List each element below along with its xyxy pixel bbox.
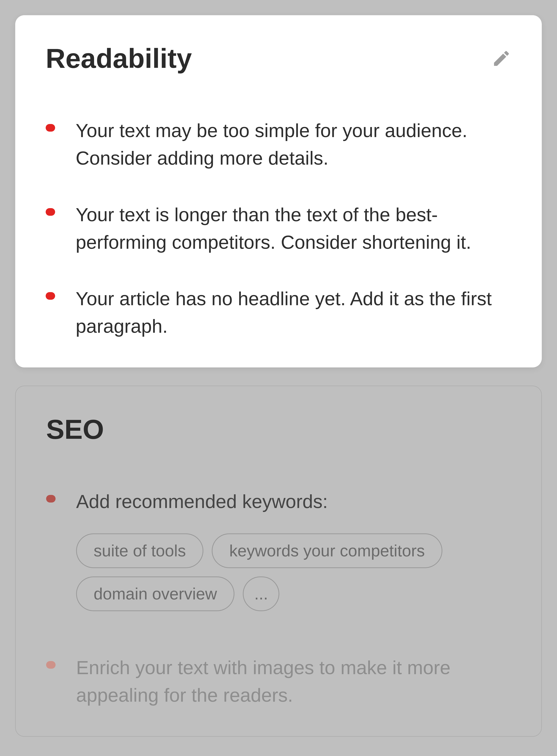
- keyword-chips: suite of tools keywords your competitors…: [76, 533, 511, 611]
- edit-icon[interactable]: [492, 49, 511, 68]
- seo-header: SEO: [46, 413, 511, 445]
- keyword-chip-more[interactable]: ...: [243, 576, 279, 611]
- bullet-icon: [46, 124, 55, 132]
- readability-card: Readability Your text may be too simple …: [15, 15, 542, 368]
- seo-items: Add recommended keywords: suite of tools…: [46, 487, 511, 709]
- list-item: Add recommended keywords: suite of tools…: [46, 487, 511, 611]
- seo-keywords-block: Add recommended keywords: suite of tools…: [76, 487, 511, 611]
- item-text: Your text is longer than the text of the…: [76, 201, 511, 256]
- item-text: Your article has no headline yet. Add it…: [76, 285, 511, 340]
- list-item: Your text is longer than the text of the…: [46, 201, 511, 256]
- keyword-chip[interactable]: suite of tools: [76, 533, 203, 568]
- item-text: Enrich your text with images to make it …: [76, 654, 511, 709]
- item-text: Add recommended keywords:: [76, 491, 328, 512]
- readability-items: Your text may be too simple for your aud…: [46, 117, 511, 340]
- readability-title: Readability: [46, 42, 192, 74]
- list-item: Your article has no headline yet. Add it…: [46, 285, 511, 340]
- bullet-icon: [46, 495, 56, 503]
- bullet-icon: [46, 208, 55, 216]
- list-item: Enrich your text with images to make it …: [46, 654, 511, 709]
- seo-title: SEO: [46, 413, 104, 445]
- list-item: Your text may be too simple for your aud…: [46, 117, 511, 172]
- keyword-chip[interactable]: keywords your competitors: [212, 533, 442, 568]
- item-text: Your text may be too simple for your aud…: [76, 117, 511, 172]
- seo-card: SEO Add recommended keywords: suite of t…: [15, 386, 542, 737]
- keyword-chip[interactable]: domain overview: [76, 576, 234, 611]
- bullet-icon: [46, 661, 56, 669]
- bullet-icon: [46, 292, 55, 300]
- readability-header: Readability: [46, 42, 511, 74]
